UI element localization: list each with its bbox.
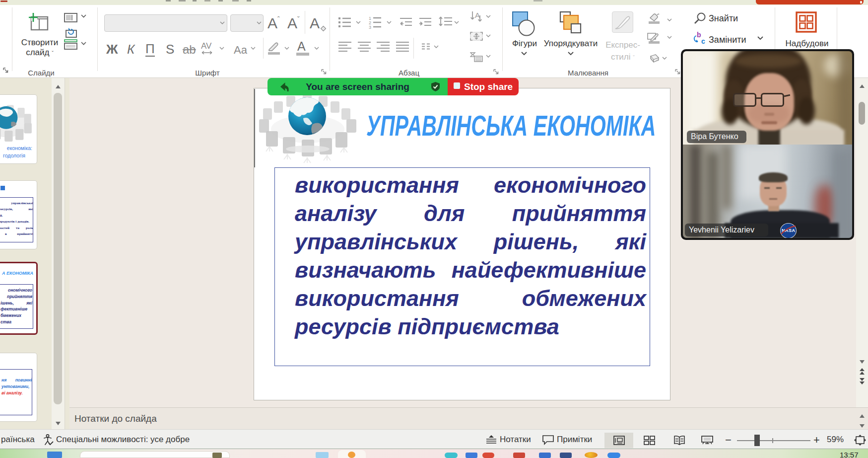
- svg-text:3: 3: [369, 25, 371, 29]
- svg-text:b: b: [697, 32, 701, 39]
- svg-text:A: A: [475, 11, 480, 19]
- svg-text:AV: AV: [201, 42, 212, 51]
- svg-text:c: c: [701, 37, 705, 45]
